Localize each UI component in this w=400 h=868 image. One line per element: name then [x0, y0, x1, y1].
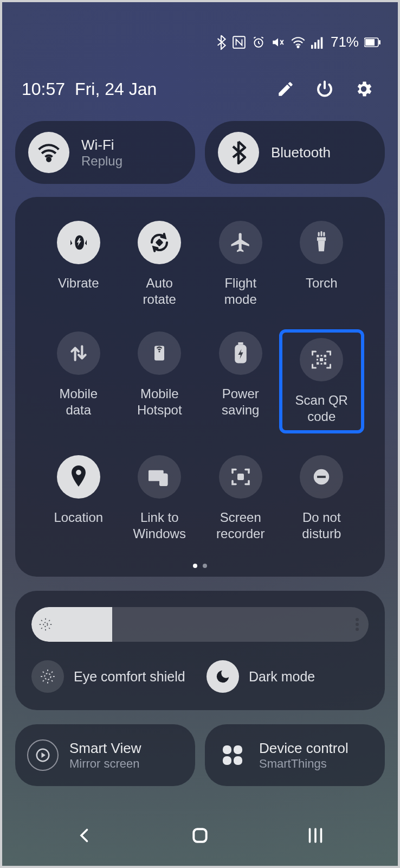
page-indicator [28, 564, 372, 577]
autorotate-icon [138, 221, 181, 264]
flight-icon [219, 221, 262, 264]
vibrate-label: Vibrate [58, 275, 99, 291]
linkwin-label: Link to Windows [133, 509, 186, 542]
hotspot-icon [138, 331, 181, 375]
autorotate-label: Auto rotate [143, 275, 176, 308]
clock-time: 10:57 [22, 79, 65, 99]
recents-button[interactable] [294, 827, 337, 844]
dnd-label: Do not disturb [302, 509, 341, 542]
bluetooth-toggle[interactable]: Bluetooth [205, 121, 385, 184]
torch-icon [300, 221, 343, 264]
navigation-bar [2, 825, 398, 846]
settings-button[interactable] [349, 74, 378, 104]
eye-comfort-label: Eye comfort shield [74, 669, 185, 685]
svg-rect-11 [156, 239, 164, 247]
svg-rect-9 [379, 40, 380, 44]
flight-label: Flight mode [224, 275, 257, 308]
eye-comfort-toggle[interactable]: Eye comfort shield [31, 660, 193, 693]
smart-view-icon [27, 739, 59, 771]
clock-date: Fri, 24 Jan [75, 79, 157, 99]
cell-signal-icon [311, 36, 325, 49]
svg-rect-5 [318, 40, 320, 49]
svg-rect-6 [321, 37, 323, 48]
svg-rect-29 [237, 474, 244, 480]
mute-status-icon [271, 35, 285, 49]
back-button[interactable] [63, 826, 106, 845]
toggle-linkwin[interactable]: Link to Windows [119, 455, 201, 542]
toggle-mobiledata[interactable]: Mobile data [38, 331, 119, 431]
smart-view-sub: Mirror screen [69, 757, 141, 771]
mobiledata-icon [57, 331, 100, 375]
toggle-qr[interactable]: Scan QR code [281, 331, 363, 431]
svg-rect-4 [314, 42, 317, 49]
svg-point-32 [43, 622, 48, 627]
power-label: Power saving [222, 386, 259, 418]
svg-rect-8 [365, 39, 375, 46]
svg-rect-23 [317, 362, 319, 365]
dark-mode-toggle[interactable]: Dark mode [207, 660, 369, 693]
wifi-toggle[interactable]: Wi-Fi Replug [15, 121, 195, 184]
wifi-status-icon [291, 36, 306, 49]
torch-label: Torch [306, 275, 338, 291]
location-label: Location [54, 509, 103, 526]
svg-rect-25 [324, 362, 327, 365]
brightness-card: Eye comfort shield Dark mode [15, 591, 385, 710]
edit-button[interactable] [271, 74, 300, 104]
brightness-more-icon[interactable] [356, 618, 359, 631]
svg-rect-21 [320, 358, 323, 361]
toggle-screenrec[interactable]: Screen recorder [200, 455, 281, 542]
svg-rect-19 [324, 355, 327, 358]
bluetooth-status-icon [216, 35, 227, 50]
location-icon [57, 455, 100, 499]
status-bar: 71% [2, 2, 398, 58]
qr-label: Scan QR code [295, 392, 348, 425]
linkwin-icon [138, 455, 181, 499]
svg-rect-12 [317, 237, 326, 240]
wifi-network: Replug [81, 154, 122, 169]
smart-view-button[interactable]: Smart View Mirror screen [15, 724, 195, 786]
svg-point-10 [47, 158, 50, 161]
svg-rect-20 [317, 359, 318, 361]
device-control-button[interactable]: Device control SmartThings [205, 724, 385, 786]
vibrate-icon [57, 221, 100, 264]
screenrec-icon [219, 455, 262, 499]
moon-icon [207, 660, 239, 693]
connectivity-row: Wi-Fi Replug Bluetooth [2, 121, 398, 197]
bluetooth-icon [218, 132, 259, 173]
dnd-icon [300, 455, 343, 499]
toggle-power[interactable]: Power saving [200, 331, 281, 431]
dark-mode-label: Dark mode [249, 669, 315, 685]
toggle-hotspot[interactable]: Mobile Hotspot [119, 331, 201, 431]
sun-icon [37, 616, 54, 633]
hotspot-label: Mobile Hotspot [137, 386, 182, 418]
qs-header: 10:57 Fri, 24 Jan [2, 58, 398, 121]
battery-icon [364, 37, 380, 47]
smart-view-title: Smart View [69, 740, 141, 757]
alarm-status-icon [251, 35, 266, 49]
qr-icon [300, 338, 343, 381]
toggle-torch[interactable]: Torch [281, 221, 363, 308]
toggle-location[interactable]: Location [38, 455, 119, 542]
eye-comfort-icon [31, 660, 64, 693]
svg-rect-17 [317, 355, 319, 358]
power-button[interactable] [310, 74, 339, 104]
svg-rect-31 [317, 476, 326, 478]
svg-point-33 [44, 673, 50, 679]
svg-rect-13 [154, 346, 164, 361]
toggle-autorotate[interactable]: Auto rotate [119, 221, 201, 308]
toggle-dnd[interactable]: Do not disturb [281, 455, 363, 542]
nfc-status-icon [232, 35, 246, 49]
brightness-slider[interactable] [31, 607, 369, 642]
svg-point-2 [297, 46, 299, 47]
svg-rect-28 [159, 474, 167, 486]
home-button[interactable] [178, 825, 222, 846]
mobiledata-label: Mobile data [59, 386, 98, 418]
svg-rect-24 [321, 363, 322, 365]
bottom-row: Smart View Mirror screen Device control … [2, 724, 398, 799]
wifi-label: Wi-Fi [81, 137, 122, 154]
bluetooth-label: Bluetooth [271, 144, 331, 161]
toggle-vibrate[interactable]: Vibrate [38, 221, 119, 308]
toggle-flight[interactable]: Flight mode [200, 221, 281, 308]
svg-rect-35 [193, 829, 206, 841]
device-control-icon [217, 739, 248, 771]
